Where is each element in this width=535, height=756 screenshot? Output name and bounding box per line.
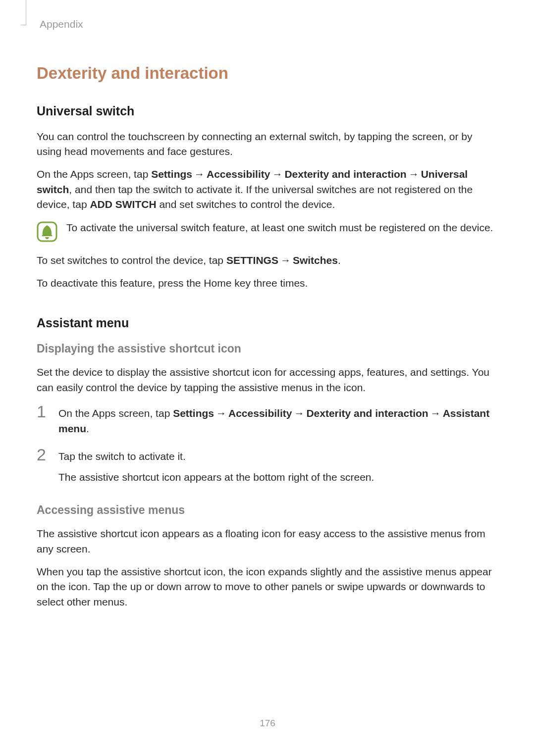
step-number-1: 1 [37,403,58,420]
text: . [338,254,341,266]
access-p1: The assistive shortcut icon appears as a… [37,526,498,556]
access-p2: When you tap the assistive shortcut icon… [37,564,498,609]
label-add-switch: ADD SWITCH [90,199,156,210]
arrow-icon: → [407,167,421,182]
label-settings-caps: SETTINGS [226,254,278,266]
running-header: Appendix [40,17,498,32]
arrow-icon: → [428,406,443,421]
page-tab-mark [21,0,26,25]
step-2a-text: Tap the switch to activate it. [58,449,498,464]
label-dexterity-interaction: Dexterity and interaction [284,168,406,180]
arrow-icon: → [278,253,293,268]
text: On the Apps screen, tap [58,407,173,419]
accessing-menus-heading: Accessing assistive menus [37,502,498,518]
step-1-text: On the Apps screen, tap Settings → Acces… [58,406,498,436]
universal-switch-heading: Universal switch [37,102,498,120]
text: . [86,423,89,434]
label-settings: Settings [151,168,192,180]
text: On the Apps screen, tap [37,168,151,180]
arrow-icon: → [270,167,284,182]
step-2: 2 Tap the switch to activate it. The ass… [37,446,498,485]
note-bell-icon [37,221,57,242]
page-content: Appendix Dexterity and interaction Unive… [0,0,535,609]
label-switches: Switches [293,254,338,266]
universal-p1: You can control the touchscreen by conne… [37,129,498,159]
arrow-icon: → [192,167,207,182]
text: and set switches to control the device. [157,199,335,210]
section-title: Dexterity and interaction [37,61,498,85]
universal-p4: To deactivate this feature, press the Ho… [37,276,498,291]
step-1-body: On the Apps screen, tap Settings → Acces… [58,403,498,436]
display-p1: Set the device to display the assistive … [37,365,498,395]
step-1: 1 On the Apps screen, tap Settings → Acc… [37,403,498,436]
arrow-icon: → [214,406,228,421]
assistant-menu-heading: Assistant menu [37,314,498,332]
step-2b-text: The assistive shortcut icon appears at t… [58,470,498,485]
text: To set switches to control the device, t… [37,254,226,266]
page-number: 176 [0,716,535,730]
note-text: To activate the universal switch feature… [66,220,498,235]
label-accessibility: Accessibility [207,168,270,180]
universal-p3: To set switches to control the device, t… [37,253,498,268]
arrow-icon: → [292,406,306,421]
label-dexterity-interaction: Dexterity and interaction [306,407,428,419]
step-2-body: Tap the switch to activate it. The assis… [58,446,498,485]
label-accessibility: Accessibility [228,407,292,419]
step-number-2: 2 [37,446,58,463]
note-callout: To activate the universal switch feature… [37,220,498,242]
label-settings: Settings [173,407,214,419]
universal-p2: On the Apps screen, tap Settings → Acces… [37,167,498,212]
displaying-shortcut-heading: Displaying the assistive shortcut icon [37,341,498,357]
